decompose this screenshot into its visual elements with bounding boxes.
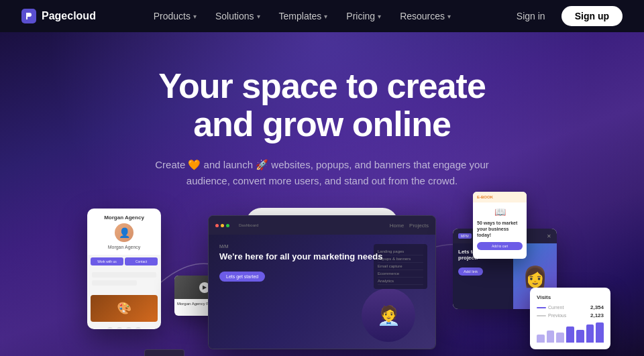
nav-actions: Sign in Sign up (508, 6, 623, 26)
hero-circle: 🧑‍💼 (362, 288, 415, 342)
analytics-card: Visits Current 2,354 Previous 2,123 (530, 288, 610, 349)
bar-5 (576, 330, 584, 343)
ebook-title: 50 ways to market your business today! (477, 220, 523, 238)
chevron-down-icon: ▾ (193, 13, 197, 20)
analytics-previous-label: Previous (537, 313, 566, 318)
person-silhouette: 🧑‍💼 (362, 288, 415, 342)
analytics-bar-chart (537, 322, 604, 343)
logo-text: Pagecloud (42, 10, 96, 22)
bar-3 (556, 333, 564, 343)
social-icon-1 (107, 327, 113, 329)
ebook-icon: 📖 (477, 206, 523, 217)
nav-item-templates[interactable]: Templates ▾ (271, 7, 336, 25)
hero-title: Your space to create and grow online (148, 67, 496, 143)
ebook-card: E-BOOK 📖 50 ways to market your business… (473, 192, 527, 259)
analytics-current-row: Current 2,354 (537, 304, 604, 310)
bottom-partial-screen (144, 349, 184, 356)
bar-2 (547, 331, 555, 343)
bar-6 (586, 324, 594, 343)
nav-item-resources[interactable]: Resources ▾ (392, 7, 459, 25)
ebook-header: E-BOOK (473, 192, 527, 202)
analytics-current-label: Current (537, 305, 564, 310)
popup-cta-btn: Add link (458, 268, 483, 276)
phone-body (88, 268, 160, 292)
hero-subtitle: Create 🧡 and launch 🚀 websites, popups, … (148, 157, 496, 189)
ebook-tag: E-BOOK (477, 195, 493, 199)
analytics-previous-row: Previous 2,123 (537, 312, 604, 318)
previous-line-indicator (537, 315, 546, 316)
agency-cta-btn: Lets get started (219, 272, 265, 282)
nav-item-pricing[interactable]: Pricing ▾ (338, 7, 389, 25)
phone-btn-2: Contact (125, 257, 158, 265)
bar-4 (566, 327, 574, 343)
signin-button[interactable]: Sign in (508, 7, 553, 25)
phone-header: Morgan Agency 👤 Morgan Agency (88, 209, 160, 255)
phone-body-line-2 (92, 280, 137, 286)
phone-social-row (88, 324, 160, 329)
chevron-down-icon: ▾ (378, 13, 381, 20)
current-line-indicator (537, 307, 546, 308)
close-icon: ✕ (547, 233, 551, 239)
phone-btn-1: Work with us (91, 257, 123, 265)
phone-body-line-1 (92, 272, 156, 278)
bar-7 (596, 322, 604, 343)
logo-icon (21, 9, 36, 23)
agency-title: We're here for all your marketing needs (219, 251, 425, 262)
main-screen-header: Dashboard Home Projects (209, 216, 435, 235)
hero-section: Your space to create and grow online Cre… (0, 32, 644, 356)
nav-item-products[interactable]: Products ▾ (146, 7, 205, 25)
social-icon-3 (125, 327, 132, 329)
bar-1 (537, 335, 545, 343)
analytics-previous-value: 2,123 (590, 312, 604, 318)
nav-item-solutions[interactable]: Solutions ▾ (207, 7, 268, 25)
phone-button-row: Work with us Contact (88, 255, 160, 268)
chevron-down-icon: ▾ (447, 13, 451, 20)
chevron-down-icon: ▾ (257, 13, 260, 20)
ebook-cta-btn: Add to cart (477, 242, 523, 250)
social-icon-2 (116, 327, 123, 329)
agency-label: M/M (219, 244, 425, 249)
main-screen-dots (215, 224, 229, 227)
signup-button[interactable]: Sign up (561, 6, 623, 26)
nav-links: Products ▾ Solutions ▾ Templates ▾ Prici… (146, 7, 459, 25)
phone-screen: Morgan Agency 👤 Morgan Agency Work with … (87, 209, 161, 329)
phone-name: Morgan Agency (93, 245, 155, 249)
popup-tag: MPM (458, 233, 472, 239)
main-screen: Dashboard Home Projects M/M We're here f… (208, 215, 436, 349)
main-screen-nav: Home Projects (390, 223, 429, 229)
analytics-current-value: 2,354 (590, 304, 604, 310)
ebook-body: 📖 50 ways to market your business today!… (473, 202, 527, 254)
logo[interactable]: Pagecloud (21, 9, 96, 23)
screens-showcase: Morgan Agency 👤 Morgan Agency Work with … (13, 195, 631, 356)
phone-avatar: 👤 (115, 223, 133, 242)
phone-logo: Morgan Agency (93, 215, 155, 221)
phone-image-block: 🎨 (91, 295, 158, 322)
social-icon-4 (135, 327, 142, 329)
chevron-down-icon: ▾ (324, 13, 327, 20)
main-screen-body: M/M We're here for all your marketing ne… (209, 235, 435, 349)
analytics-title: Visits (537, 294, 604, 300)
navbar: Pagecloud Products ▾ Solutions ▾ Templat… (0, 0, 644, 32)
